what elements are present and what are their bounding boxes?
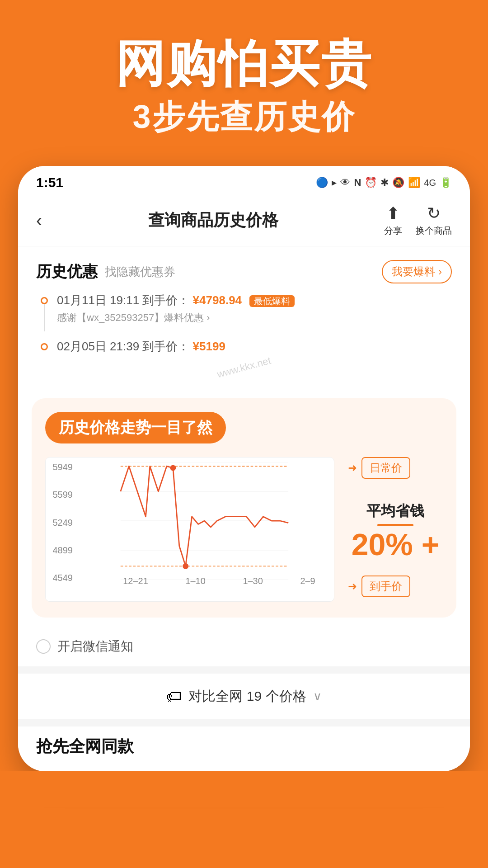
switch-product-action[interactable]: ↻ 换个商品 bbox=[416, 204, 452, 237]
compare-section[interactable]: 🏷 对比全网 19 个价格 ∨ bbox=[18, 674, 470, 719]
savings-underline bbox=[377, 524, 413, 526]
y-label-4549: 4549 bbox=[46, 573, 75, 583]
battery-icon: 🔋 bbox=[440, 177, 452, 189]
chart-y-labels: 5949 5599 5249 4899 4549 bbox=[46, 458, 75, 588]
chart-card-title: 历史价格走势一目了然 bbox=[45, 412, 226, 443]
dot-line-2 bbox=[41, 343, 48, 350]
y-label-5949: 5949 bbox=[46, 462, 75, 472]
status-time: 1:51 bbox=[36, 175, 63, 190]
svg-point-7 bbox=[170, 465, 176, 471]
notify-section: 开启微信通知 bbox=[18, 627, 470, 666]
silent-icon: 🔕 bbox=[392, 177, 404, 189]
dot-line-1 bbox=[41, 297, 48, 331]
divider-2 bbox=[18, 719, 470, 726]
bottom-title: 抢先全网同款 bbox=[36, 736, 452, 758]
chart-area: 12–21 1–10 1–30 2–9 bbox=[75, 462, 334, 588]
savings-block: 平均省钱 20% + bbox=[348, 492, 443, 560]
tag-icon: 🏷 bbox=[166, 688, 182, 705]
chart-body: 5949 5599 5249 4899 4549 bbox=[45, 457, 443, 604]
share-icon: ⬆ bbox=[386, 204, 400, 223]
entry-content-1: 01月11日 19:11 到手价： ¥4798.94 最低爆料 感谢【wx_35… bbox=[57, 292, 295, 325]
lowest-badge: 最低爆料 bbox=[249, 295, 295, 307]
back-button[interactable]: ‹ bbox=[36, 210, 42, 231]
x-label-29: 2–9 bbox=[300, 576, 315, 586]
wifi-icon: 📶 bbox=[408, 177, 420, 189]
divider-1 bbox=[18, 666, 470, 674]
entry-date-2: 02月05日 21:39 到手价： ¥5199 bbox=[57, 339, 225, 354]
report-badge-button[interactable]: 我要爆料 › bbox=[382, 260, 452, 283]
entry-price-2: ¥5199 bbox=[193, 340, 225, 353]
svg-point-8 bbox=[183, 563, 188, 569]
y-label-4899: 4899 bbox=[46, 545, 75, 556]
share-action[interactable]: ⬆ 分享 bbox=[384, 204, 402, 237]
section-title-row: 历史优惠 找隐藏优惠券 bbox=[36, 261, 175, 282]
hand-price-arrow: ➜ bbox=[348, 580, 357, 593]
x-labels: 12–21 1–10 1–30 2–9 bbox=[104, 574, 334, 588]
section-subtitle: 找隐藏优惠券 bbox=[105, 264, 175, 280]
savings-label: 平均省钱 bbox=[348, 501, 443, 521]
daily-price-tag: 日常价 bbox=[361, 457, 410, 479]
share-label: 分享 bbox=[384, 225, 402, 237]
y-label-5599: 5599 bbox=[46, 490, 75, 500]
nav-bar: ‹ 查询商品历史价格 ⬆ 分享 ↻ 换个商品 bbox=[18, 195, 470, 246]
alarm-icon: ⏰ bbox=[365, 177, 377, 189]
status-bar: 1:51 🔵 ▸ 👁 N ⏰ ✱ 🔕 📶 4G 🔋 bbox=[18, 166, 470, 195]
hero-section: 网购怕买贵 3步先查历史价 bbox=[0, 0, 488, 166]
x-label-1221: 12–21 bbox=[123, 576, 148, 586]
price-entry-2: 02月05日 21:39 到手价： ¥5199 bbox=[36, 339, 452, 354]
signal-icon: 4G bbox=[424, 178, 436, 188]
entry-price-1: ¥4798.94 bbox=[193, 293, 242, 307]
nav-actions: ⬆ 分享 ↻ 换个商品 bbox=[384, 204, 452, 237]
status-icons: 🔵 ▸ 👁 N ⏰ ✱ 🔕 📶 4G 🔋 bbox=[316, 177, 452, 189]
refresh-icon: ↻ bbox=[427, 204, 441, 223]
orange-dot-2 bbox=[41, 343, 48, 350]
history-section-header: 历史优惠 找隐藏优惠券 我要爆料 › bbox=[36, 260, 452, 283]
daily-price-arrow: ➜ bbox=[348, 462, 357, 474]
bottom-section: 抢先全网同款 bbox=[18, 726, 470, 771]
orange-dot-1 bbox=[41, 297, 48, 304]
chart-card: 历史价格走势一目了然 5949 5599 5249 4899 4549 bbox=[32, 398, 456, 618]
bluetooth-icon: ✱ bbox=[380, 177, 389, 189]
y-label-5249: 5249 bbox=[46, 518, 75, 528]
hand-price-annotation: ➜ 到手价 bbox=[348, 576, 443, 597]
hero-subtitle: 3步先查历史价 bbox=[18, 95, 470, 139]
page-title: 查询商品历史价格 bbox=[148, 209, 278, 231]
hero-title: 网购怕买贵 bbox=[18, 36, 470, 91]
switch-label: 换个商品 bbox=[416, 225, 452, 237]
chevron-down-icon: ∨ bbox=[313, 689, 322, 703]
price-entry-1: 01月11日 19:11 到手价： ¥4798.94 最低爆料 感谢【wx_35… bbox=[36, 292, 452, 331]
compare-text: 对比全网 19 个价格 bbox=[188, 687, 306, 706]
chart-right: ➜ 日常价 平均省钱 20% + ➜ 到手价 bbox=[343, 457, 443, 604]
chat-icon: ▸ bbox=[332, 177, 337, 189]
phone-mockup: 1:51 🔵 ▸ 👁 N ⏰ ✱ 🔕 📶 4G 🔋 ‹ 查询商品历史价格 ⬆ 分… bbox=[18, 166, 470, 771]
entry-content-2: 02月05日 21:39 到手价： ¥5199 bbox=[57, 339, 225, 354]
content-area: 历史优惠 找隐藏优惠券 我要爆料 › 01月11日 19:11 到手价： ¥47… bbox=[18, 246, 470, 389]
hand-price-tag: 到手价 bbox=[361, 576, 410, 597]
chart-container: 5949 5599 5249 4899 4549 bbox=[45, 457, 334, 602]
entry-date-1: 01月11日 19:11 到手价： ¥4798.94 最低爆料 bbox=[57, 292, 295, 308]
chart-left: 5949 5599 5249 4899 4549 bbox=[45, 457, 334, 604]
bottom-orange-bar bbox=[0, 771, 488, 807]
notify-checkbox[interactable] bbox=[36, 639, 51, 654]
price-chart-svg bbox=[75, 462, 334, 580]
nfc-icon: N bbox=[354, 177, 361, 189]
savings-value: 20% + bbox=[348, 529, 443, 560]
eye-icon: 👁 bbox=[340, 177, 350, 189]
x-label-110: 1–10 bbox=[185, 576, 206, 586]
notify-label: 开启微信通知 bbox=[57, 638, 133, 655]
entry-thanks-1[interactable]: 感谢【wx_352593257】爆料优惠 › bbox=[57, 311, 295, 325]
vert-line-1 bbox=[44, 304, 45, 331]
x-label-130: 1–30 bbox=[243, 576, 263, 586]
daily-price-annotation: ➜ 日常价 bbox=[348, 457, 443, 479]
notification-icon: 🔵 bbox=[316, 177, 328, 189]
section-title: 历史优惠 bbox=[36, 261, 98, 282]
